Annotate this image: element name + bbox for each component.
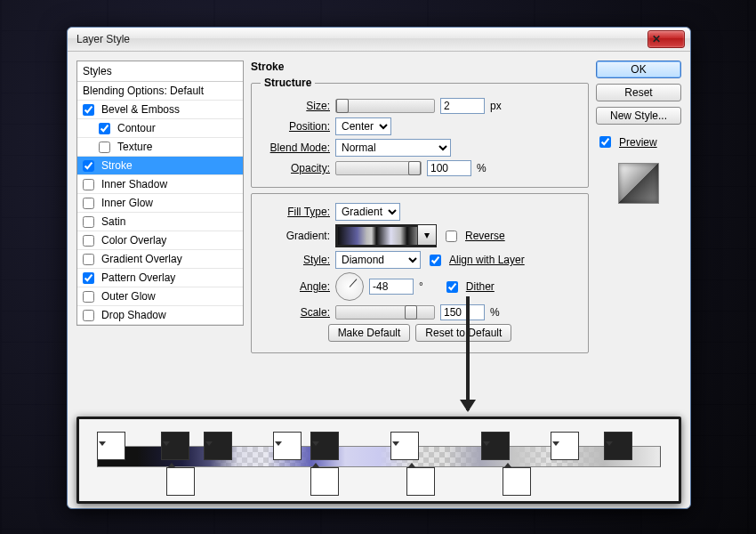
scale-label: Scale: xyxy=(261,306,330,319)
style-item-bevel-emboss[interactable]: Bevel & Emboss xyxy=(77,101,243,119)
style-item-outer-glow[interactable]: Outer Glow xyxy=(77,287,243,306)
layer-style-dialog: Layer Style ✕ Styles Blending Options: D… xyxy=(67,27,691,509)
style-item-label: Inner Glow xyxy=(101,197,153,209)
style-item-checkbox[interactable] xyxy=(83,272,94,284)
style-item-checkbox[interactable] xyxy=(83,254,94,265)
gradient-opacity-stop[interactable] xyxy=(481,432,492,444)
gradient-picker[interactable]: ▾ xyxy=(335,224,437,247)
style-item-color-overlay[interactable]: Color Overlay xyxy=(77,231,243,250)
gradient-opacity-stop[interactable] xyxy=(273,432,284,444)
angle-dial[interactable] xyxy=(335,272,364,301)
new-style-button[interactable]: New Style... xyxy=(596,107,681,125)
gradient-opacity-stop[interactable] xyxy=(551,432,561,444)
style-item-label: Outer Glow xyxy=(101,290,156,303)
filltype-label: Fill Type: xyxy=(261,206,330,218)
gradient-opacity-stop[interactable] xyxy=(310,432,321,444)
style-item-satin[interactable]: Satin xyxy=(77,213,243,231)
style-item-checkbox[interactable] xyxy=(99,123,110,134)
style-item-gradient-overlay[interactable]: Gradient Overlay xyxy=(77,250,243,269)
style-item-checkbox[interactable] xyxy=(83,310,94,321)
scale-input[interactable] xyxy=(440,304,485,320)
style-item-label: Color Overlay xyxy=(101,234,166,247)
opacity-unit: % xyxy=(477,162,487,174)
styles-list: Styles Blending Options: Default Bevel &… xyxy=(76,61,244,326)
reset-default-button[interactable]: Reset to Default xyxy=(415,324,511,342)
gradient-opacity-stop[interactable] xyxy=(204,432,214,444)
size-input[interactable] xyxy=(440,98,485,114)
position-select[interactable]: Center xyxy=(335,117,391,135)
style-label: Style: xyxy=(261,254,330,266)
titlebar[interactable]: Layer Style ✕ xyxy=(68,28,690,52)
style-item-label: Satin xyxy=(101,215,125,228)
gradient-color-stop[interactable] xyxy=(310,467,321,480)
structure-group: Structure Size: px Position: Center Blen… xyxy=(251,77,589,188)
style-item-checkbox[interactable] xyxy=(83,160,94,172)
blending-options-row[interactable]: Blending Options: Default xyxy=(77,82,243,101)
window-title: Layer Style xyxy=(73,33,647,45)
gradient-color-stop[interactable] xyxy=(503,467,513,480)
ok-button[interactable]: OK xyxy=(596,61,681,78)
gradient-opacity-stop[interactable] xyxy=(604,432,615,444)
size-unit: px xyxy=(490,100,502,112)
preview-swatch xyxy=(618,163,659,204)
style-item-label: Stroke xyxy=(101,159,133,172)
style-item-label: Contour xyxy=(117,122,156,134)
filltype-select[interactable]: Gradient xyxy=(335,203,400,221)
chevron-down-icon: ▾ xyxy=(417,225,436,245)
style-item-checkbox[interactable] xyxy=(83,104,94,116)
style-item-contour[interactable]: Contour xyxy=(77,119,243,138)
fill-group: Fill Type: Gradient Gradient: ▾ Reverse … xyxy=(251,193,589,353)
close-button[interactable]: ✕ xyxy=(647,30,685,48)
size-slider[interactable] xyxy=(335,99,435,113)
position-label: Position: xyxy=(261,120,330,133)
angle-unit: ° xyxy=(419,280,423,293)
angle-label: Angle: xyxy=(261,280,330,293)
gradient-editor[interactable] xyxy=(76,417,681,504)
preview-checkbox[interactable] xyxy=(599,136,611,148)
style-item-pattern-overlay[interactable]: Pattern Overlay xyxy=(77,269,243,287)
gradient-opacity-stop[interactable] xyxy=(161,432,172,444)
size-label: Size: xyxy=(261,100,330,112)
gradient-color-stop[interactable] xyxy=(166,467,177,480)
close-icon: ✕ xyxy=(648,33,684,45)
panel-title: Stroke xyxy=(251,61,589,73)
blendmode-label: Blend Mode: xyxy=(261,142,330,154)
opacity-label: Opacity: xyxy=(261,162,330,174)
scale-slider[interactable] xyxy=(335,305,435,320)
gradient-opacity-stop[interactable] xyxy=(97,432,108,444)
align-label: Align with Layer xyxy=(449,254,525,266)
style-item-drop-shadow[interactable]: Drop Shadow xyxy=(77,306,243,325)
style-item-label: Pattern Overlay xyxy=(101,271,175,284)
style-item-inner-glow[interactable]: Inner Glow xyxy=(77,194,243,213)
reverse-checkbox[interactable] xyxy=(446,231,457,242)
style-select[interactable]: Diamond xyxy=(335,251,421,269)
gradient-opacity-stop[interactable] xyxy=(390,432,401,444)
blendmode-select[interactable]: Normal xyxy=(335,139,451,157)
dither-checkbox[interactable] xyxy=(446,281,458,293)
opacity-slider[interactable] xyxy=(335,161,422,175)
style-item-label: Gradient Overlay xyxy=(101,253,182,265)
angle-input[interactable] xyxy=(369,279,414,295)
style-item-checkbox[interactable] xyxy=(83,216,94,228)
style-item-label: Inner Shadow xyxy=(101,178,167,190)
make-default-button[interactable]: Make Default xyxy=(328,324,411,342)
structure-legend: Structure xyxy=(261,77,315,89)
style-item-checkbox[interactable] xyxy=(83,235,94,247)
style-item-label: Bevel & Emboss xyxy=(101,103,180,116)
opacity-input[interactable] xyxy=(427,160,471,176)
style-item-checkbox[interactable] xyxy=(83,179,94,190)
style-item-stroke[interactable]: Stroke xyxy=(77,157,243,175)
reset-button[interactable]: Reset xyxy=(596,84,681,101)
dither-label: Dither xyxy=(466,280,495,293)
blending-options-label: Blending Options: Default xyxy=(83,85,204,97)
style-item-texture[interactable]: Texture xyxy=(77,138,243,157)
style-item-inner-shadow[interactable]: Inner Shadow xyxy=(77,175,243,194)
callout-arrow-icon xyxy=(466,296,470,410)
style-item-checkbox[interactable] xyxy=(99,142,110,153)
preview-label: Preview xyxy=(619,136,657,149)
align-checkbox[interactable] xyxy=(430,255,441,266)
style-item-checkbox[interactable] xyxy=(83,198,94,209)
gradient-color-stop[interactable] xyxy=(406,467,417,480)
style-item-label: Texture xyxy=(117,141,152,153)
style-item-checkbox[interactable] xyxy=(83,291,94,303)
